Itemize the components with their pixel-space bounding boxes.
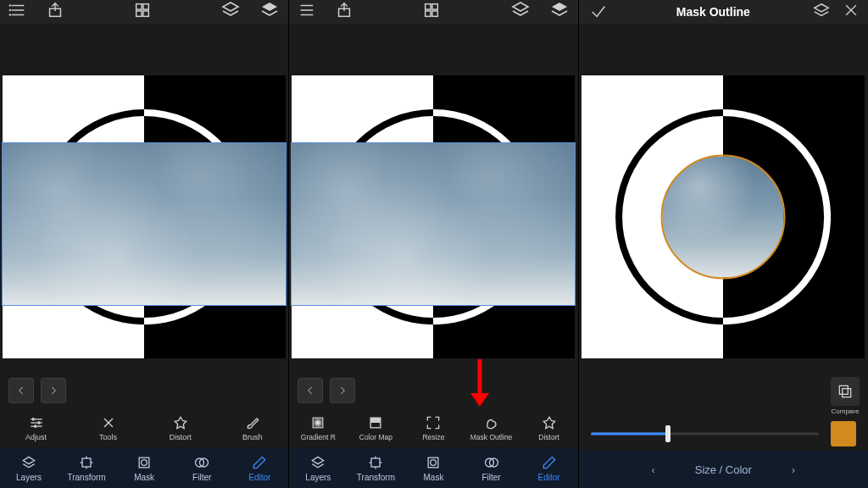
tool-gradient-r[interactable]: Gradient R — [289, 408, 347, 447]
canvas[interactable] — [581, 75, 865, 358]
annotation-arrow-icon — [468, 358, 492, 408]
svg-point-5 — [9, 14, 10, 15]
grid-icon[interactable] — [422, 1, 441, 23]
compare-label: Compare — [832, 408, 860, 415]
panel-3: Mask Outline Compare — [579, 0, 868, 488]
tool-adjust[interactable]: Adjust — [0, 408, 72, 447]
tool-resize[interactable]: Resize — [404, 408, 462, 447]
chevron-right-icon[interactable]: › — [786, 463, 801, 476]
page-title: Mask Outline — [618, 5, 809, 19]
chevron-left-icon[interactable]: ‹ — [646, 463, 661, 476]
list-icon[interactable] — [8, 1, 27, 23]
svg-rect-17 — [32, 418, 35, 420]
tab-label: Transform — [357, 473, 395, 482]
svg-point-4 — [9, 10, 10, 11]
history-nav — [298, 378, 355, 403]
layers-fill-icon[interactable] — [259, 0, 280, 24]
tool-label: Tools — [99, 433, 117, 441]
size-slider[interactable] — [591, 425, 819, 442]
color-swatch[interactable] — [831, 421, 856, 446]
svg-rect-49 — [371, 458, 380, 467]
next-button[interactable] — [330, 378, 355, 403]
tool-label: Color Map — [359, 433, 392, 441]
tab-strip: Layers Transform Mask Filter Editor — [289, 447, 577, 488]
tool-brush[interactable]: Brush — [216, 408, 288, 447]
svg-rect-10 — [136, 11, 142, 16]
tool-label: Adjust — [25, 433, 47, 441]
close-icon[interactable] — [843, 2, 860, 23]
svg-rect-28 — [139, 458, 149, 468]
compare-button[interactable]: Compare — [831, 377, 860, 415]
svg-rect-54 — [429, 458, 439, 468]
svg-marker-44 — [470, 393, 489, 407]
svg-rect-39 — [426, 11, 431, 16]
tool-label: Distort — [170, 433, 192, 441]
svg-marker-42 — [552, 3, 567, 11]
confirm-icon[interactable] — [589, 2, 608, 23]
svg-marker-13 — [262, 3, 277, 11]
tab-label: Mask — [134, 473, 154, 482]
tab-layers[interactable]: Layers — [289, 447, 347, 488]
tool-color-map[interactable]: Color Map — [347, 408, 404, 447]
svg-rect-37 — [426, 4, 431, 9]
prev-button[interactable] — [298, 378, 323, 403]
svg-rect-47 — [371, 418, 381, 423]
tab-layers[interactable]: Layers — [0, 447, 58, 488]
frost-circle-layer[interactable] — [661, 155, 786, 280]
history-nav — [8, 378, 66, 403]
topbar-left — [8, 1, 64, 23]
tool-mask-outline[interactable]: Mask Outline — [463, 408, 520, 447]
prev-button[interactable] — [8, 378, 34, 403]
svg-rect-18 — [37, 421, 40, 424]
next-button[interactable] — [41, 378, 66, 403]
tab-filter[interactable]: Filter — [463, 447, 520, 488]
svg-rect-23 — [82, 458, 91, 467]
svg-rect-40 — [432, 11, 437, 16]
slider-fill — [591, 433, 669, 435]
tool-tools[interactable]: Tools — [72, 408, 144, 447]
frost-layer[interactable] — [3, 143, 286, 304]
svg-marker-22 — [23, 457, 34, 463]
topbar-right — [510, 0, 570, 24]
list-icon[interactable] — [298, 1, 316, 23]
tab-label: Editor — [248, 473, 270, 482]
tab-editor[interactable]: Editor — [520, 447, 578, 488]
tab-filter[interactable]: Filter — [173, 447, 231, 488]
layers-outline-icon[interactable] — [812, 2, 831, 23]
tab-transform[interactable]: Transform — [58, 447, 115, 488]
layers-outline-icon[interactable] — [220, 0, 241, 24]
tab-label: Layers — [305, 473, 331, 482]
canvas[interactable] — [292, 75, 575, 358]
tab-label: Layers — [16, 473, 42, 482]
svg-point-3 — [9, 5, 10, 6]
svg-rect-19 — [34, 425, 36, 428]
slider-row — [579, 417, 868, 451]
frost-layer[interactable] — [292, 143, 575, 304]
tool-distort[interactable]: Distort — [144, 408, 216, 447]
spacer — [289, 24, 577, 73]
grid-icon[interactable] — [133, 1, 152, 23]
share-icon[interactable] — [46, 1, 64, 23]
tab-transform[interactable]: Transform — [347, 447, 404, 488]
tab-mask[interactable]: Mask — [115, 447, 173, 488]
layers-outline-icon[interactable] — [510, 0, 531, 24]
svg-marker-12 — [223, 3, 238, 11]
tool-distort[interactable]: Distort — [520, 408, 578, 447]
app-root: Adjust Tools Distort Brush Layers — [0, 0, 868, 488]
mode-bar[interactable]: ‹ Size / Color › — [579, 451, 868, 488]
canvas[interactable] — [3, 75, 286, 358]
slider-thumb[interactable] — [665, 425, 670, 442]
svg-rect-61 — [839, 385, 848, 394]
tool-label: Distort — [538, 433, 559, 441]
svg-point-55 — [431, 459, 437, 465]
svg-marker-58 — [815, 3, 829, 11]
share-icon[interactable] — [335, 1, 353, 23]
top-toolbar — [289, 0, 577, 24]
tab-editor[interactable]: Editor — [231, 447, 288, 488]
layers-fill-icon[interactable] — [549, 0, 570, 24]
canvas-area — [579, 73, 868, 361]
tab-mask[interactable]: Mask — [404, 447, 462, 488]
tool-strip: Adjust Tools Distort Brush — [0, 408, 288, 447]
mode-label: Size / Color — [661, 463, 786, 476]
svg-rect-8 — [136, 4, 142, 9]
